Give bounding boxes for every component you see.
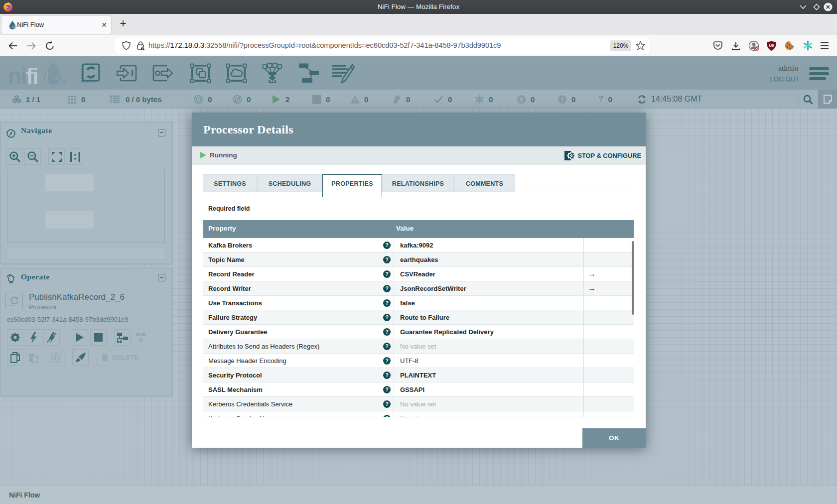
svg-text:!: ! bbox=[142, 47, 143, 50]
svg-text:U0: U0 bbox=[769, 43, 774, 48]
